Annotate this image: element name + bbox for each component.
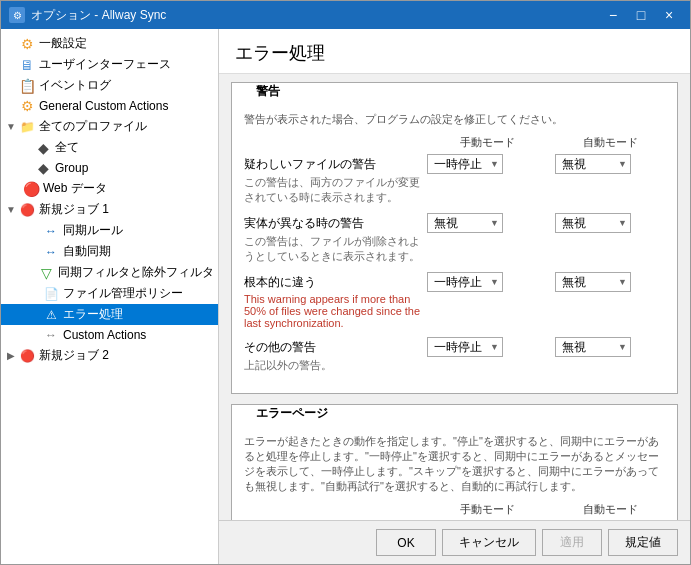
expand-icon [29, 246, 41, 258]
error-section: エラーページ エラーが起きたときの動作を指定します。"停止"を選択すると、同期中… [231, 404, 678, 520]
app-icon: ⚙ [9, 7, 25, 23]
auto-sync-icon: ↔ [43, 244, 59, 260]
error-section-inner: エラーが起きたときの動作を指定します。"停止"を選択すると、同期中にエラーがある… [232, 430, 677, 520]
other-subdesc: 上記以外の警告。 [244, 358, 427, 373]
log-icon: 📋 [19, 78, 35, 94]
panel-body: 警告 警告が表示された場合、プログラムの設定を修正してください。 手動モード 自… [219, 74, 690, 520]
warning-section: 警告 警告が表示された場合、プログラムの設定を修正してください。 手動モード 自… [231, 82, 678, 394]
fundamental-auto-wrapper: 無視 一時停止 スキップ [555, 272, 631, 292]
folder-icon: 📁 [19, 119, 35, 135]
size-label: 実体が異なる時の警告 [244, 213, 427, 232]
warning-section-inner: 警告が表示された場合、プログラムの設定を修正してください。 手動モード 自動モー… [232, 108, 677, 393]
error-auto-header: 自動モード [555, 502, 665, 517]
suspicious-label: 疑わしいファイルの警告 [244, 154, 427, 173]
manual-mode-header: 手動モード [427, 135, 547, 150]
size-manual-wrapper: 無視 一時停止 スキップ [427, 213, 503, 233]
error-section-title: エラーページ [252, 405, 332, 422]
suspicious-manual-select[interactable]: 一時停止 無視 スキップ [427, 154, 503, 174]
gear-icon: ⚙ [19, 36, 35, 52]
policy-icon: 📄 [43, 286, 59, 302]
sidebar: ⚙ 一般設定 🖥 ユーザインターフェース 📋 イベントログ ⚙ General … [1, 29, 219, 564]
filter-icon: ▽ [38, 265, 54, 281]
expand-icon [29, 329, 41, 341]
expand-icon [5, 100, 17, 112]
size-auto-select[interactable]: 無視 一時停止 スキップ [555, 213, 631, 233]
apply-button[interactable]: 適用 [542, 529, 602, 556]
expand-icon: ▼ [5, 121, 17, 133]
expand-icon [29, 225, 41, 237]
cancel-button[interactable]: キャンセル [442, 529, 536, 556]
expand-icon [21, 142, 33, 154]
fundamental-manual-select[interactable]: 無視 一時停止 スキップ [427, 272, 503, 292]
suspicious-manual-wrapper: 一時停止 無視 スキップ [427, 154, 503, 174]
fundamental-subdesc: This warning appears if more than 50% of… [244, 293, 427, 329]
job1-icon: 🔴 [19, 202, 35, 218]
suspicious-auto-wrapper: 無視 一時停止 スキップ [555, 154, 631, 174]
sidebar-item-custom-general[interactable]: ⚙ General Custom Actions [1, 96, 218, 116]
size-label-col: 実体が異なる時の警告 この警告は、ファイルが削除されようとしているときに表示され… [244, 213, 427, 264]
suspicious-label-col: 疑わしいファイルの警告 この警告は、両方のファイルが変更されている時に表示されま… [244, 154, 427, 205]
fundamental-label-col: 根本的に違う This warning appears if more than… [244, 272, 427, 329]
fundamental-label: 根本的に違う [244, 272, 427, 291]
suspicious-manual: 一時停止 無視 スキップ [427, 154, 547, 174]
sidebar-item-error-handling[interactable]: ⚠ エラー処理 [1, 304, 218, 325]
content-area: ⚙ 一般設定 🖥 ユーザインターフェース 📋 イベントログ ⚙ General … [1, 29, 690, 564]
group-icon: ◆ [35, 160, 51, 176]
gear-icon: ⚙ [19, 98, 35, 114]
warning-row-suspicious: 疑わしいファイルの警告 この警告は、両方のファイルが変更されている時に表示されま… [244, 154, 665, 205]
suspicious-auto-select[interactable]: 無視 一時停止 スキップ [555, 154, 631, 174]
close-button[interactable]: × [656, 5, 682, 25]
sidebar-item-custom-actions[interactable]: ↔ Custom Actions [1, 325, 218, 345]
other-label-col: その他の警告 上記以外の警告。 [244, 337, 427, 373]
panel-title: エラー処理 [219, 29, 690, 74]
titlebar: ⚙ オプション - Allway Sync − □ × [1, 1, 690, 29]
expand-icon [5, 80, 17, 92]
other-label: その他の警告 [244, 337, 427, 356]
titlebar-controls: − □ × [600, 5, 682, 25]
expand-icon [29, 267, 36, 279]
expand-icon [5, 59, 17, 71]
ok-button[interactable]: OK [376, 529, 436, 556]
expand-icon [29, 309, 41, 321]
job2-icon: 🔴 [19, 348, 35, 364]
other-auto: 無視 一時停止 スキップ [555, 337, 665, 357]
minimize-button[interactable]: − [600, 5, 626, 25]
size-subdesc: この警告は、ファイルが削除されようとしているときに表示されます。 [244, 234, 427, 264]
expand-icon [21, 162, 33, 174]
maximize-button[interactable]: □ [628, 5, 654, 25]
suspicious-subdesc: この警告は、両方のファイルが変更されている時に表示されます。 [244, 175, 427, 205]
sidebar-item-new-job1[interactable]: ▼ 🔴 新規ジョブ 1 [1, 199, 218, 220]
bottom-bar: OK キャンセル 適用 規定値 [219, 520, 690, 564]
default-button[interactable]: 規定値 [608, 529, 678, 556]
sidebar-item-group[interactable]: ◆ Group [1, 158, 218, 178]
size-manual-select[interactable]: 無視 一時停止 スキップ [427, 213, 503, 233]
sidebar-item-eventlog[interactable]: 📋 イベントログ [1, 75, 218, 96]
expand-icon [9, 183, 21, 195]
fundamental-manual: 無視 一時停止 スキップ [427, 272, 547, 292]
sidebar-item-general[interactable]: ⚙ 一般設定 [1, 33, 218, 54]
all-icon: ◆ [35, 140, 51, 156]
sidebar-item-auto-sync[interactable]: ↔ 自動同期 [1, 241, 218, 262]
sidebar-item-new-job2[interactable]: ▶ 🔴 新規ジョブ 2 [1, 345, 218, 366]
warning-desc: 警告が表示された場合、プログラムの設定を修正してください。 [244, 112, 665, 127]
warning-row-size: 実体が異なる時の警告 この警告は、ファイルが削除されようとしているときに表示され… [244, 213, 665, 264]
sidebar-item-filter[interactable]: ▽ 同期フィルタと除外フィルタ [1, 262, 218, 283]
error-manual-header: 手動モード [427, 502, 547, 517]
expand-icon: ▶ [5, 350, 17, 362]
other-auto-wrapper: 無視 一時停止 スキップ [555, 337, 631, 357]
sidebar-item-file-mgmt[interactable]: 📄 ファイル管理ポリシー [1, 283, 218, 304]
sidebar-item-sync-rule[interactable]: ↔ 同期ルール [1, 220, 218, 241]
sidebar-item-ui[interactable]: 🖥 ユーザインターフェース [1, 54, 218, 75]
sidebar-item-all-profiles[interactable]: ▼ 📁 全てのプロファイル [1, 116, 218, 137]
expand-icon: ▼ [5, 204, 17, 216]
main-window: ⚙ オプション - Allway Sync − □ × ⚙ 一般設定 🖥 ユーザ… [0, 0, 691, 565]
ui-icon: 🖥 [19, 57, 35, 73]
fundamental-auto-select[interactable]: 無視 一時停止 スキップ [555, 272, 631, 292]
titlebar-left: ⚙ オプション - Allway Sync [9, 7, 166, 24]
error-header-row: 手動モード 自動モード [244, 502, 665, 517]
auto-mode-header: 自動モード [555, 135, 665, 150]
other-manual-select[interactable]: 無視 一時停止 スキップ [427, 337, 503, 357]
sidebar-item-all[interactable]: ◆ 全て [1, 137, 218, 158]
sidebar-item-webdata[interactable]: 🔴 Web データ [1, 178, 218, 199]
other-auto-select[interactable]: 無視 一時停止 スキップ [555, 337, 631, 357]
